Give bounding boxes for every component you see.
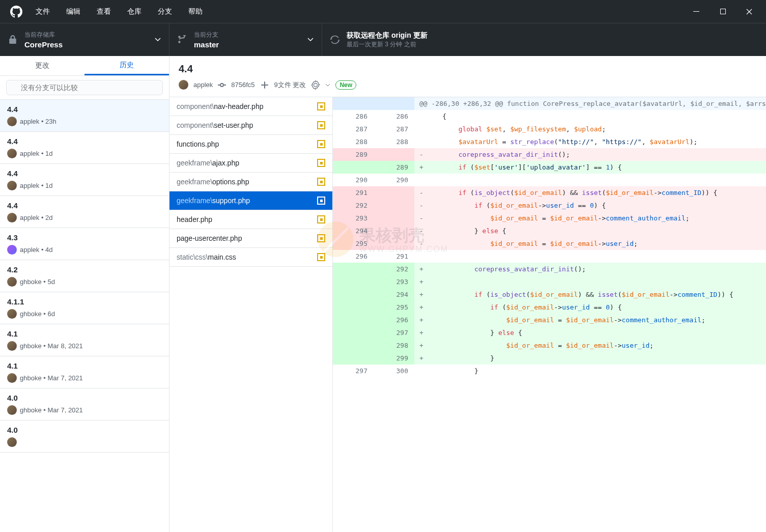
file-path: component\nav-header.php	[177, 102, 317, 110]
commit-item[interactable]: 4.1 ghboke • Mar 8, 2021	[0, 324, 169, 356]
diff-line: 296291	[333, 250, 766, 263]
commit-title: 4.4	[179, 63, 757, 75]
diff-line: 288288 $avatarUrl = str_replace("http://…	[333, 135, 766, 148]
modified-icon	[317, 159, 325, 167]
gear-icon[interactable]	[311, 80, 320, 90]
diff-line: 293+	[333, 275, 766, 288]
diff-line: 294+ if (is_object($id_or_email) && isse…	[333, 288, 766, 301]
file-path: component\set-user.php	[177, 121, 317, 129]
file-item[interactable]: functions.php	[169, 135, 332, 154]
commit-item[interactable]: 4.0 ghboke • Mar 7, 2021	[0, 388, 169, 421]
branch-compare	[0, 76, 169, 100]
fetch-title: 获取远程仓库 origin 更新	[347, 31, 758, 40]
diff-line: 299+ }	[333, 352, 766, 365]
commit-item-meta: ghboke • Mar 7, 2021	[20, 374, 83, 382]
commit-item[interactable]: 4.0	[0, 421, 169, 453]
close-button[interactable]	[736, 2, 762, 22]
diff-line: 292+ corepress_avatar_dir_init();	[333, 263, 766, 275]
branch-selector[interactable]: 当前分支 master	[169, 23, 322, 56]
menu-item[interactable]: 帮助	[181, 4, 210, 19]
commit-item[interactable]: 4.1 ghboke • Mar 7, 2021	[0, 356, 169, 388]
diff-view[interactable]: @@ -286,30 +286,32 @@ function CorePress…	[333, 97, 766, 532]
commit-item-title: 4.1.1	[7, 297, 162, 306]
main-area: 更改 历史 4.4 applek • 23h4.4 applek • 1d4.4…	[0, 56, 766, 532]
diff-line: 286286 {	[333, 110, 766, 123]
commit-icon	[218, 81, 226, 89]
modified-icon	[317, 234, 325, 242]
diff-line: 295+ if ($id_or_email->user_id == 0) {	[333, 301, 766, 314]
sidebar: 更改 历史 4.4 applek • 23h4.4 applek • 1d4.4…	[0, 56, 169, 532]
commit-item-title: 4.4	[7, 137, 162, 146]
history-list[interactable]: 4.4 applek • 23h4.4 applek • 1d4.4 apple…	[0, 100, 169, 532]
file-item[interactable]: header.php	[169, 210, 332, 229]
avatar	[179, 80, 188, 90]
commit-item[interactable]: 4.3 applek • 4d	[0, 228, 169, 260]
compare-input[interactable]	[6, 80, 163, 95]
file-path: geekframe\ajax.php	[177, 159, 317, 167]
sidebar-tabs: 更改 历史	[0, 56, 169, 76]
maximize-button[interactable]	[710, 2, 735, 22]
diff-line: 296+ $id_or_email = $id_or_email->commen…	[333, 314, 766, 326]
file-item[interactable]: component\set-user.php	[169, 116, 332, 135]
diff-line: 291- if (is_object($id_or_email) && isse…	[333, 186, 766, 199]
avatar	[7, 405, 17, 415]
toolbar: 当前存储库 CorePress 当前分支 master 获取远程仓库 origi…	[0, 23, 766, 56]
diff-line: 297300 }	[333, 365, 766, 377]
chevron-down-icon[interactable]	[325, 83, 330, 87]
commit-author: applek	[193, 81, 213, 89]
diff-line: 287287 global $set, $wp_filesystem, $upl…	[333, 123, 766, 135]
chevron-down-icon	[307, 38, 314, 42]
menu-item[interactable]: 分支	[151, 4, 179, 19]
tab-changes[interactable]: 更改	[0, 56, 84, 75]
commit-header: 4.4 applek 8756fc5 9文件 更改 New	[169, 56, 766, 97]
tab-history[interactable]: 历史	[84, 56, 169, 75]
file-item[interactable]: geekframe\ajax.php	[169, 154, 332, 173]
menu-item[interactable]: 编辑	[59, 4, 88, 19]
content: 4.4 applek 8756fc5 9文件 更改 New component\…	[169, 56, 766, 532]
file-path: page-usercenter.php	[177, 234, 317, 242]
menu-item[interactable]: 文件	[29, 4, 57, 19]
commit-item[interactable]: 4.4 applek • 23h	[0, 100, 169, 132]
menu-item[interactable]: 查看	[90, 4, 118, 19]
file-item[interactable]: component\nav-header.php	[169, 97, 332, 116]
diff-line: 294- } else {	[333, 225, 766, 237]
avatar	[7, 341, 17, 351]
svg-rect-1	[720, 9, 725, 14]
minimize-button[interactable]	[684, 2, 709, 22]
repo-value: CorePress	[24, 40, 155, 49]
file-item[interactable]: geekframe\support.php	[169, 191, 332, 210]
titlebar: 文件编辑查看仓库分支帮助	[0, 0, 766, 23]
modified-icon	[317, 102, 325, 110]
repo-selector[interactable]: 当前存储库 CorePress	[0, 23, 169, 56]
menu-item[interactable]: 仓库	[120, 4, 149, 19]
file-item[interactable]: page-usercenter.php	[169, 229, 332, 248]
diff-line: 289- corepress_avatar_dir_init();	[333, 148, 766, 161]
commit-sha: 8756fc5	[231, 81, 254, 89]
commit-item[interactable]: 4.4 applek • 1d	[0, 164, 169, 196]
commit-item[interactable]: 4.1.1 ghboke • 6d	[0, 292, 169, 324]
avatar	[7, 245, 17, 255]
modified-icon	[317, 215, 325, 223]
commit-item[interactable]: 4.4 applek • 2d	[0, 196, 169, 228]
file-list[interactable]: component\nav-header.php component\set-u…	[169, 97, 333, 532]
file-path: geekframe\support.php	[177, 197, 317, 205]
branch-icon	[178, 35, 187, 44]
avatar	[7, 149, 17, 158]
avatar	[7, 309, 17, 319]
commit-item-title: 4.4	[7, 201, 162, 210]
sync-icon	[330, 35, 339, 44]
commit-item[interactable]: 4.2 ghboke • 5d	[0, 260, 169, 292]
commit-item-meta: applek • 1d	[20, 150, 53, 157]
new-badge: New	[335, 80, 356, 90]
diff-line: 297+ } else {	[333, 326, 766, 339]
commit-item-title: 4.1	[7, 329, 162, 338]
diff-line: 293- $id_or_email = $id_or_email->commen…	[333, 212, 766, 225]
commit-item-meta: applek • 23h	[20, 118, 56, 125]
modified-icon	[317, 178, 325, 186]
commit-item[interactable]: 4.4 applek • 1d	[0, 132, 169, 164]
file-item[interactable]: static\css\main.css	[169, 248, 332, 267]
diff-line: 292- if ($id_or_email->user_id == 0) {	[333, 199, 766, 212]
file-item[interactable]: geekframe\options.php	[169, 173, 332, 191]
fetch-button[interactable]: 获取远程仓库 origin 更新 最后一次更新 3 分钟 之前	[322, 23, 766, 56]
file-path: geekframe\options.php	[177, 178, 317, 186]
